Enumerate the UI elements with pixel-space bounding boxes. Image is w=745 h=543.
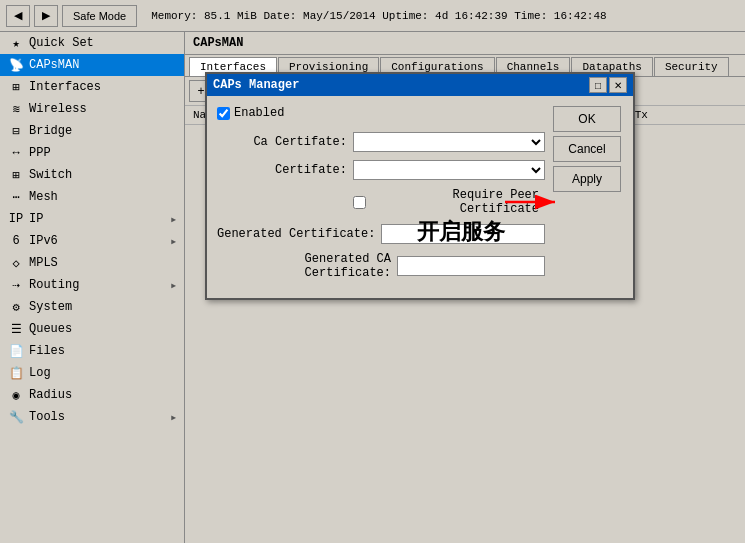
sidebar-label-log: Log [29,366,51,380]
ca-cert-select[interactable] [353,132,545,152]
apply-button[interactable]: Apply [553,166,621,192]
dialog-title-buttons: □ ✕ [589,77,627,93]
quick-set-icon: ★ [8,35,24,51]
radius-icon: ◉ [8,387,24,403]
queues-icon: ☰ [8,321,24,337]
cert-select[interactable] [353,160,545,180]
ppp-icon: ↔ [8,145,24,161]
ipv6-icon: 6 [8,233,24,249]
require-peer-cert-checkbox[interactable] [353,196,366,209]
status-bar: Memory: 85.1 MiB Date: May/15/2014 Uptim… [151,10,606,22]
dialog-fields: Enabled Ca Certifate: Certifate: [217,106,545,288]
dialog-buttons: OK Cancel Apply [553,106,623,288]
dialog-minimize-button[interactable]: □ [589,77,607,93]
require-peer-cert-row: Require Peer Certificate [217,188,545,216]
generated-ca-cert-input[interactable] [397,256,545,276]
sidebar-item-interfaces[interactable]: ⊞Interfaces [0,76,184,98]
sidebar-item-system[interactable]: ⚙System [0,296,184,318]
interfaces-icon: ⊞ [8,79,24,95]
sidebar-item-wireless[interactable]: ≋Wireless [0,98,184,120]
system-icon: ⚙ [8,299,24,315]
sidebar-item-capsman[interactable]: 📡CAPsMAN [0,54,184,76]
col-tx: Tx [631,108,741,122]
tools-icon: 🔧 [8,409,24,425]
capsman-title: CAPsMAN [185,32,745,55]
sidebar-label-ppp: PPP [29,146,51,160]
forward-button[interactable]: ▶ [34,5,58,27]
routing-icon: ⇢ [8,277,24,293]
generated-ca-cert-row: Generated CA Certificate: [217,252,545,280]
sidebar-item-tools[interactable]: 🔧Tools [0,406,184,428]
sidebar-item-quick-set[interactable]: ★Quick Set [0,32,184,54]
sidebar-item-mpls[interactable]: ◇MPLS [0,252,184,274]
sidebar-label-mpls: MPLS [29,256,58,270]
sidebar: ★Quick Set📡CAPsMAN⊞Interfaces≋Wireless⊟B… [0,32,185,543]
back-button[interactable]: ◀ [6,5,30,27]
dialog-body: Enabled Ca Certifate: Certifate: [207,96,633,298]
sidebar-label-interfaces: Interfaces [29,80,101,94]
generated-ca-cert-label: Generated CA Certificate: [217,252,391,280]
generated-cert-row: Generated Certificate: [217,224,545,244]
sidebar-label-tools: Tools [29,410,65,424]
main-layout: ★Quick Set📡CAPsMAN⊞Interfaces≋Wireless⊟B… [0,32,745,543]
generated-cert-input[interactable] [381,224,545,244]
sidebar-item-routing[interactable]: ⇢Routing [0,274,184,296]
files-icon: 📄 [8,343,24,359]
sidebar-label-ip: IP [29,212,43,226]
ip-icon: IP [8,211,24,227]
mesh-icon: ⋯ [8,189,24,205]
caps-manager-dialog: CAPs Manager □ ✕ Enabled Ca Certifate: [205,72,635,300]
enabled-label: Enabled [234,106,284,120]
mpls-icon: ◇ [8,255,24,271]
cert-row: Certifate: [217,160,545,180]
sidebar-item-mesh[interactable]: ⋯Mesh [0,186,184,208]
content-area: CAPsMAN Interfaces Provisioning Configur… [185,32,745,543]
sidebar-label-switch: Switch [29,168,72,182]
sidebar-item-bridge[interactable]: ⊟Bridge [0,120,184,142]
sidebar-label-wireless: Wireless [29,102,87,116]
wireless-icon: ≋ [8,101,24,117]
sidebar-label-radius: Radius [29,388,72,402]
ok-button[interactable]: OK [553,106,621,132]
safe-mode-button[interactable]: Safe Mode [62,5,137,27]
sidebar-item-ipv6[interactable]: 6IPv6 [0,230,184,252]
log-icon: 📋 [8,365,24,381]
switch-icon: ⊞ [8,167,24,183]
sidebar-item-radius[interactable]: ◉Radius [0,384,184,406]
enabled-checkbox[interactable] [217,107,230,120]
tab-security[interactable]: Security [654,57,729,76]
sidebar-item-ppp[interactable]: ↔PPP [0,142,184,164]
require-peer-cert-label: Require Peer Certificate [374,188,539,216]
cancel-button[interactable]: Cancel [553,136,621,162]
dialog-close-button[interactable]: ✕ [609,77,627,93]
dialog-title-bar: CAPs Manager □ ✕ [207,74,633,96]
sidebar-label-system: System [29,300,72,314]
sidebar-item-switch[interactable]: ⊞Switch [0,164,184,186]
capsman-icon: 📡 [8,57,24,73]
generated-cert-label: Generated Certificate: [217,227,375,241]
top-toolbar: ◀ ▶ Safe Mode Memory: 85.1 MiB Date: May… [0,0,745,32]
ca-cert-row: Ca Certifate: [217,132,545,152]
sidebar-item-files[interactable]: 📄Files [0,340,184,362]
sidebar-label-capsman: CAPsMAN [29,58,79,72]
enabled-row: Enabled [217,106,545,120]
sidebar-label-ipv6: IPv6 [29,234,58,248]
sidebar-item-log[interactable]: 📋Log [0,362,184,384]
ca-cert-label: Ca Certifate: [217,135,347,149]
sidebar-label-quick-set: Quick Set [29,36,94,50]
sidebar-item-ip[interactable]: IPIP [0,208,184,230]
bridge-icon: ⊟ [8,123,24,139]
sidebar-label-bridge: Bridge [29,124,72,138]
sidebar-item-queues[interactable]: ☰Queues [0,318,184,340]
sidebar-label-routing: Routing [29,278,79,292]
sidebar-label-queues: Queues [29,322,72,336]
cert-label: Certifate: [217,163,347,177]
dialog-title: CAPs Manager [213,78,299,92]
sidebar-label-mesh: Mesh [29,190,58,204]
sidebar-label-files: Files [29,344,65,358]
